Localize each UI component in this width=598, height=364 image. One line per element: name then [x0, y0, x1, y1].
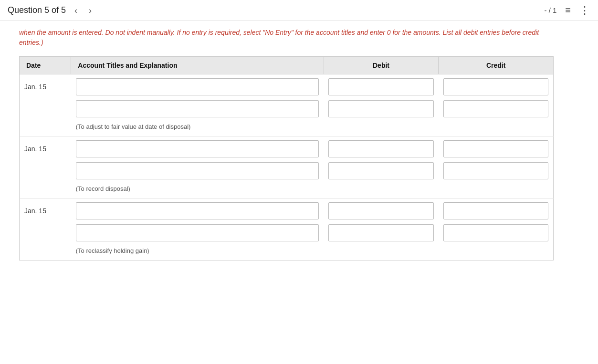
account-input-2-1[interactable]	[76, 140, 319, 157]
account-input-1-1[interactable]	[76, 78, 319, 95]
note-date-empty-3	[20, 244, 71, 260]
account-input-cell-2-2	[71, 159, 324, 182]
debit-input-2-1[interactable]	[328, 140, 434, 157]
account-input-cell-3-1	[71, 198, 324, 222]
debit-input-cell-3-1	[324, 198, 439, 222]
credit-input-1-2[interactable]	[443, 100, 548, 117]
credit-input-cell-3-1	[439, 198, 554, 222]
question-label: Question 5 of 5	[8, 5, 66, 15]
note-date-empty-2	[20, 182, 71, 198]
credit-input-2-1[interactable]	[443, 140, 548, 157]
note-date-empty-1	[20, 120, 71, 136]
instruction-text: when the amount is entered. Do not inden…	[19, 21, 554, 56]
debit-input-3-1[interactable]	[328, 202, 434, 219]
date-cell-2-empty	[20, 159, 71, 182]
note-row-3: (To reclassify holding gain)	[20, 244, 554, 260]
credit-input-3-1[interactable]	[443, 202, 548, 219]
col-header-account: Account Titles and Explanation	[71, 57, 324, 74]
header: Question 5 of 5 ‹ › - / 1 ≡ ⋮	[0, 0, 598, 21]
table-row	[20, 221, 554, 244]
credit-input-2-2[interactable]	[443, 162, 548, 179]
col-header-debit: Debit	[324, 57, 439, 74]
date-cell-1: Jan. 15	[20, 74, 71, 98]
account-input-cell-3-2	[71, 221, 324, 244]
note-row-1: (To adjust to fair value at date of disp…	[20, 120, 554, 136]
journal-table: Date Account Titles and Explanation Debi…	[19, 56, 554, 260]
credit-input-1-1[interactable]	[443, 78, 548, 95]
debit-input-2-2[interactable]	[328, 162, 434, 179]
debit-input-cell-3-2	[324, 221, 439, 244]
account-input-cell-1-2	[71, 97, 324, 120]
date-cell-2: Jan. 15	[20, 136, 71, 160]
prev-arrow-button[interactable]: ‹	[72, 4, 80, 17]
debit-input-cell-2-1	[324, 136, 439, 160]
table-row: Jan. 15	[20, 74, 554, 98]
header-right: - / 1 ≡ ⋮	[544, 4, 590, 17]
page-indicator: - / 1	[544, 6, 556, 14]
main-content: when the amount is entered. Do not inden…	[0, 21, 573, 280]
account-input-2-2[interactable]	[76, 162, 319, 179]
col-header-credit: Credit	[439, 57, 554, 74]
list-icon[interactable]: ≡	[565, 5, 571, 16]
table-header-row: Date Account Titles and Explanation Debi…	[20, 57, 554, 74]
header-left: Question 5 of 5 ‹ ›	[8, 4, 94, 17]
table-row	[20, 159, 554, 182]
credit-input-cell-2-1	[439, 136, 554, 160]
note-text-1: (To adjust to fair value at date of disp…	[71, 120, 554, 136]
debit-input-cell-1-2	[324, 97, 439, 120]
col-header-date: Date	[20, 57, 71, 74]
account-input-cell-2-1	[71, 136, 324, 160]
debit-input-cell-1-1	[324, 74, 439, 98]
credit-input-cell-1-1	[439, 74, 554, 98]
account-input-1-2[interactable]	[76, 100, 319, 117]
note-text-3: (To reclassify holding gain)	[71, 244, 554, 260]
account-input-3-2[interactable]	[76, 224, 319, 241]
table-row	[20, 97, 554, 120]
credit-input-cell-1-2	[439, 97, 554, 120]
debit-input-1-1[interactable]	[328, 78, 434, 95]
table-row: Jan. 15	[20, 136, 554, 160]
debit-input-cell-2-2	[324, 159, 439, 182]
debit-input-3-2[interactable]	[328, 224, 434, 241]
account-input-3-1[interactable]	[76, 202, 319, 219]
next-arrow-button[interactable]: ›	[86, 4, 94, 17]
account-input-cell-1-1	[71, 74, 324, 98]
note-row-2: (To record disposal)	[20, 182, 554, 198]
note-text-2: (To record disposal)	[71, 182, 554, 198]
credit-input-cell-2-2	[439, 159, 554, 182]
table-row: Jan. 15	[20, 198, 554, 222]
date-cell-3: Jan. 15	[20, 198, 71, 222]
debit-input-1-2[interactable]	[328, 100, 434, 117]
date-cell-3-empty	[20, 221, 71, 244]
date-cell-1-empty	[20, 97, 71, 120]
credit-input-cell-3-2	[439, 221, 554, 244]
credit-input-3-2[interactable]	[443, 224, 548, 241]
more-options-icon[interactable]: ⋮	[579, 4, 590, 17]
